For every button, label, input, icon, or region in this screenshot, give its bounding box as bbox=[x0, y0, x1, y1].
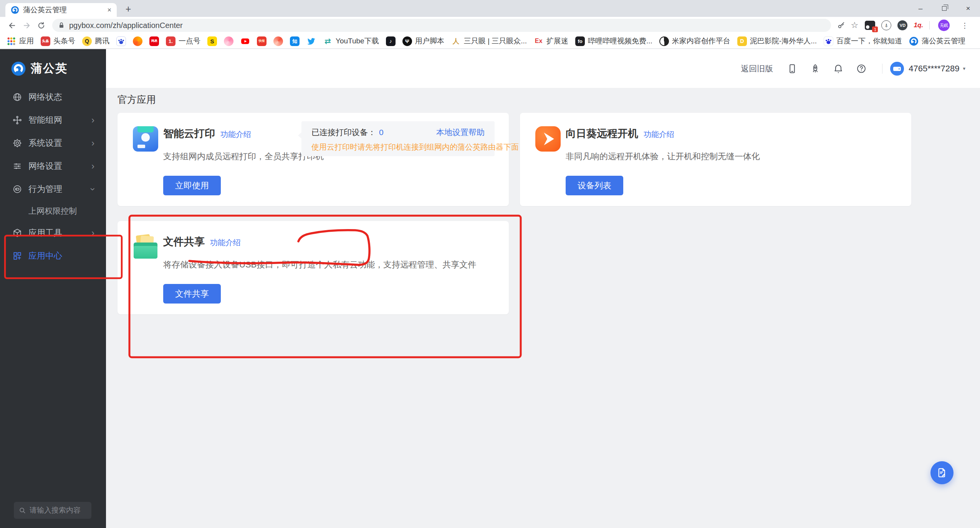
device-list-button[interactable]: 设备列表 bbox=[566, 176, 623, 195]
close-button[interactable]: × bbox=[956, 0, 980, 17]
header-separator bbox=[882, 64, 882, 74]
bookmark-米家内容创作平台[interactable]: 米家内容创作平台 bbox=[656, 35, 734, 47]
bookmark-youtube[interactable] bbox=[237, 35, 253, 47]
bookmark-glyph-icon: 知 bbox=[290, 36, 300, 46]
extension-palm-icon[interactable]: ⍋ bbox=[881, 20, 891, 30]
browser-menu-button[interactable]: ⋮ bbox=[961, 21, 968, 30]
sunlogin-icon bbox=[535, 126, 561, 152]
feedback-icon bbox=[936, 467, 948, 478]
bookmark-twitter[interactable] bbox=[303, 35, 319, 47]
local-settings-help-link[interactable]: 本地设置帮助 bbox=[436, 127, 485, 138]
bookmark-label: 腾讯 bbox=[95, 36, 109, 46]
address-bar[interactable]: pgybox.com/zh/applicationCenter bbox=[52, 19, 831, 32]
bell-icon[interactable] bbox=[833, 63, 844, 74]
bookmark-label: 蒲公英云管理 bbox=[922, 36, 965, 46]
browser-toolbar: pgybox.com/zh/applicationCenter ☆ 1 ⍋ VD… bbox=[0, 17, 980, 34]
feature-intro-link[interactable]: 功能介绍 bbox=[220, 129, 251, 140]
feature-intro-link[interactable]: 功能介绍 bbox=[644, 129, 674, 140]
forward-icon bbox=[22, 21, 31, 30]
restore-button[interactable] bbox=[932, 0, 956, 17]
password-key-button[interactable] bbox=[835, 19, 848, 32]
minimize-button[interactable]: – bbox=[909, 0, 932, 17]
sidebar-item-应用中心[interactable]: 应用中心 bbox=[0, 244, 106, 267]
bookmark-腾讯[interactable]: Q腾讯 bbox=[79, 35, 113, 47]
bookmark-一点号[interactable]: 1.一点号 bbox=[162, 35, 204, 47]
sidebar-item-系统设置[interactable]: 系统设置› bbox=[0, 132, 106, 155]
bookmark-swirl[interactable] bbox=[129, 35, 146, 47]
bookmark-label: 用户脚本 bbox=[415, 36, 444, 46]
bookmark-label: 扩展迷 bbox=[546, 36, 568, 46]
bookmark-glyph-icon: ⇄ bbox=[323, 36, 333, 46]
sidebar-item-网络状态[interactable]: 网络状态 bbox=[0, 86, 106, 109]
swirl-icon bbox=[224, 36, 233, 46]
sidebar-subitem-上网权限控制[interactable]: 上网权限控制 bbox=[0, 201, 106, 221]
extension-1q-icon[interactable]: 1q. bbox=[914, 21, 923, 29]
chevron-down-icon[interactable]: ▾ bbox=[963, 66, 965, 71]
window-controls: – × bbox=[909, 0, 980, 17]
card-title: 文件共享 功能介绍 bbox=[163, 235, 241, 249]
sidebar-search-input[interactable] bbox=[30, 506, 87, 515]
file-sharing-button[interactable]: 文件共享 bbox=[163, 284, 221, 304]
back-button[interactable] bbox=[5, 18, 19, 33]
grid-icon bbox=[12, 251, 22, 261]
sidebar-item-label: 上网权限控制 bbox=[28, 206, 77, 216]
youtube-icon bbox=[240, 36, 250, 46]
bookmark-哔哩哔哩视频免费...[interactable]: fo哔哩哔哩视频免费... bbox=[572, 35, 656, 47]
app-logo: 蒲公英 bbox=[0, 49, 106, 76]
bookmark-swirl[interactable] bbox=[220, 35, 237, 47]
card-file-sharing: 文件共享 功能介绍 将存储设备接入设备USB接口，即可打造个人私有云功能，支持远… bbox=[118, 221, 509, 314]
help-icon[interactable] bbox=[856, 63, 867, 74]
bookmark-用户脚本[interactable]: Ψ用户脚本 bbox=[399, 35, 448, 47]
refresh-button[interactable] bbox=[34, 18, 48, 33]
bookmark-label: 米家内容创作平台 bbox=[672, 36, 730, 46]
sidebar-search[interactable] bbox=[14, 502, 91, 519]
bookmark-glyph[interactable]: S bbox=[204, 35, 220, 47]
bookmark-百度一下，你就知道[interactable]: 百度一下，你就知道 bbox=[820, 35, 906, 47]
globe-bw-icon bbox=[659, 36, 669, 46]
sidebar-item-应用工具[interactable]: 应用工具› bbox=[0, 221, 106, 244]
bookmark-YouTube下载[interactable]: ⇄YouTube下载 bbox=[319, 35, 382, 47]
account-id[interactable]: 4765****7289 bbox=[909, 64, 959, 74]
cube-icon bbox=[12, 228, 22, 238]
sidebar-item-网络设置[interactable]: 网络设置› bbox=[0, 155, 106, 178]
bookmark-glyph[interactable]: ♪ bbox=[382, 35, 399, 47]
tab-close-icon[interactable]: × bbox=[107, 6, 111, 14]
card-title: 向日葵远程开机 功能介绍 bbox=[566, 127, 674, 140]
bookmark-蒲公英云管理[interactable]: 蒲公英云管理 bbox=[906, 35, 969, 47]
sidebar-item-行为管理[interactable]: 行为管理› bbox=[0, 178, 106, 201]
bookmark-三只眼 | 三只眼众...[interactable]: 人三只眼 | 三只眼众... bbox=[448, 35, 530, 47]
bookmark-应用[interactable]: 应用 bbox=[3, 35, 37, 47]
bookmark-glyph-icon: fo bbox=[575, 36, 585, 46]
forward-button[interactable] bbox=[19, 18, 34, 33]
phone-icon[interactable] bbox=[787, 63, 798, 74]
extension-vd-icon[interactable]: VD bbox=[897, 20, 907, 30]
bookmark-glyph-icon: Q bbox=[82, 36, 92, 46]
new-tab-button[interactable]: + bbox=[123, 3, 134, 14]
bookmark-扩展迷[interactable]: Ex扩展迷 bbox=[530, 35, 572, 47]
connected-printers-value: 0 bbox=[379, 128, 384, 137]
card-description: 支持组网内成员远程打印，全员共享打印机 bbox=[163, 151, 324, 162]
browser-tab[interactable]: 蒲公英云管理 × bbox=[5, 3, 117, 17]
cloud-print-icon bbox=[133, 126, 158, 152]
bookmark-glyph[interactable]: 网易 bbox=[146, 35, 162, 47]
restore-icon bbox=[942, 6, 947, 11]
browser-profile-avatar[interactable]: 无眠 bbox=[938, 20, 950, 31]
bookmark-star-button[interactable]: ☆ bbox=[848, 19, 861, 32]
bookmark-glyph[interactable]: 知 bbox=[286, 35, 303, 47]
rocket-icon[interactable] bbox=[810, 63, 821, 74]
extension-camera-icon[interactable]: 1 bbox=[865, 21, 875, 30]
bookmark-泥巴影院-海外华人...[interactable]: D泥巴影院-海外华人... bbox=[734, 35, 820, 47]
back-to-old-version-link[interactable]: 返回旧版 bbox=[741, 63, 773, 74]
chevron-right-icon: › bbox=[91, 162, 94, 171]
bookmark-glyph[interactable]: 快报 bbox=[253, 35, 270, 47]
lock-icon bbox=[58, 21, 65, 29]
bookmark-paw[interactable] bbox=[113, 35, 129, 47]
feedback-fab-button[interactable] bbox=[930, 461, 954, 484]
use-now-button[interactable]: 立即使用 bbox=[163, 176, 221, 195]
feature-intro-link[interactable]: 功能介绍 bbox=[210, 238, 241, 248]
account-avatar[interactable] bbox=[890, 62, 904, 76]
sidebar-item-智能组网[interactable]: 智能组网› bbox=[0, 109, 106, 132]
bookmark-swirl[interactable] bbox=[270, 35, 286, 47]
bookmark-头条号[interactable]: 头条头条号 bbox=[37, 35, 79, 47]
card-cloud-print: 智能云打印 功能介绍 支持组网内成员远程打印，全员共享打印机 已连接打印设备： … bbox=[118, 113, 509, 206]
